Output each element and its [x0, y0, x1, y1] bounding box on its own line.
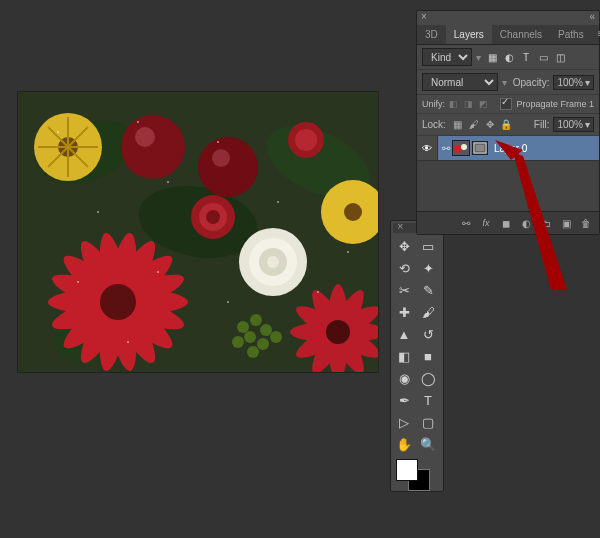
move-tool[interactable]: ✥ [393, 235, 415, 257]
propagate-label: Propagate Frame 1 [516, 99, 594, 109]
tab-3d[interactable]: 3D [417, 25, 446, 44]
tab-paths[interactable]: Paths [550, 25, 592, 44]
lock-all-icon[interactable]: 🔒 [500, 119, 512, 131]
svg-point-66 [347, 251, 349, 253]
panel-menu-icon[interactable]: ≡ [592, 25, 600, 44]
close-icon[interactable]: × [421, 11, 427, 25]
fill-input[interactable]: 100% ▾ [553, 117, 594, 132]
filter-shape-icon[interactable]: ▭ [536, 50, 550, 64]
trash-icon[interactable]: 🗑 [579, 216, 593, 230]
quick-select-tool[interactable]: ✦ [417, 257, 439, 279]
collapse-icon[interactable]: « [589, 11, 595, 25]
adjustment-icon[interactable]: ◐ [519, 216, 533, 230]
unify-style-icon[interactable]: ◩ [479, 99, 491, 109]
svg-point-54 [247, 346, 259, 358]
dodge-tool[interactable]: ◯ [417, 367, 439, 389]
document-image [18, 92, 378, 372]
fill-label: Fill: [534, 119, 550, 130]
panel-titlebar[interactable]: × « [417, 11, 599, 25]
chevron-down-icon: ▾ [476, 52, 481, 63]
panel-footer: ⚯ fx ◼ ◐ 🗀 ▣ 🗑 [417, 211, 599, 234]
svg-point-62 [157, 271, 159, 273]
svg-point-48 [250, 314, 262, 326]
layer-name[interactable]: Layer 0 [494, 143, 527, 154]
filter-pixel-icon[interactable]: ▦ [485, 50, 499, 64]
brush-tool[interactable]: 🖌 [417, 301, 439, 323]
svg-point-55 [57, 131, 59, 133]
blend-row: Normal ▾ Opacity: 100% ▾ [417, 70, 599, 95]
hand-tool[interactable]: ✋ [393, 433, 415, 455]
tools-grid: ✥ ▭ ⟲ ✦ ✂ ✎ ✚ 🖌 ▲ ↺ ◧ ■ ◉ ◯ ✒ T ▷ ▢ ✋ 🔍 [393, 235, 441, 455]
lasso-tool[interactable]: ⟲ [393, 257, 415, 279]
svg-point-59 [167, 181, 169, 183]
svg-point-46 [326, 320, 350, 344]
svg-point-20 [212, 149, 230, 167]
crop-tool[interactable]: ✂ [393, 279, 415, 301]
color-swatches[interactable] [393, 459, 441, 489]
svg-point-63 [317, 291, 319, 293]
svg-point-57 [217, 141, 219, 143]
layer-thumbnail[interactable] [452, 140, 470, 156]
panel-tabs: 3D Layers Channels Paths ≡ [417, 25, 599, 45]
canvas[interactable] [18, 92, 378, 372]
foreground-color-swatch[interactable] [396, 459, 418, 481]
filter-adjust-icon[interactable]: ◐ [502, 50, 516, 64]
path-select-tool[interactable]: ▷ [393, 411, 415, 433]
zoom-tool[interactable]: 🔍 [417, 433, 439, 455]
lock-position-icon[interactable]: ✥ [484, 119, 496, 131]
unify-position-icon[interactable]: ◧ [449, 99, 461, 109]
new-layer-icon[interactable]: ▣ [559, 216, 573, 230]
svg-point-25 [295, 129, 317, 151]
pen-tool[interactable]: ✒ [393, 389, 415, 411]
svg-point-56 [137, 121, 139, 123]
filter-smart-icon[interactable]: ◫ [553, 50, 567, 64]
chevron-down-icon: ▾ [585, 119, 590, 130]
history-brush-tool[interactable]: ↺ [417, 323, 439, 345]
svg-point-23 [206, 210, 220, 224]
chevron-down-icon: ▾ [585, 77, 590, 88]
layer-row[interactable]: 👁 ⚯ Layer 0 [417, 136, 599, 161]
heal-tool[interactable]: ✚ [393, 301, 415, 323]
stamp-tool[interactable]: ▲ [393, 323, 415, 345]
chevron-down-icon: ▾ [502, 77, 507, 88]
gradient-tool[interactable]: ■ [417, 345, 439, 367]
tab-channels[interactable]: Channels [492, 25, 550, 44]
kind-filter-select[interactable]: Kind [422, 48, 472, 66]
type-tool[interactable]: T [417, 389, 439, 411]
layers-panel: × « 3D Layers Channels Paths ≡ Kind ▾ ▦ … [416, 10, 600, 235]
visibility-toggle[interactable]: 👁 [417, 136, 438, 160]
fx-icon[interactable]: fx [479, 216, 493, 230]
smart-object-icon [472, 141, 488, 155]
link-layers-icon[interactable]: ⚯ [459, 216, 473, 230]
tab-layers[interactable]: Layers [446, 25, 492, 44]
marquee-tool[interactable]: ▭ [417, 235, 439, 257]
filter-type-icon[interactable]: T [519, 50, 533, 64]
propagate-checkbox[interactable] [500, 98, 512, 110]
lock-transparent-icon[interactable]: ▦ [452, 119, 464, 131]
eyedropper-tool[interactable]: ✎ [417, 279, 439, 301]
svg-point-17 [121, 115, 185, 179]
eye-icon: 👁 [422, 143, 432, 154]
group-icon[interactable]: 🗀 [539, 216, 553, 230]
opacity-label: Opacity: [513, 77, 550, 88]
layers-empty-area[interactable] [417, 161, 599, 211]
lock-image-icon[interactable]: 🖌 [468, 119, 480, 131]
opacity-value: 100% [557, 77, 583, 88]
blur-tool[interactable]: ◉ [393, 367, 415, 389]
opacity-input[interactable]: 100% ▾ [553, 75, 594, 90]
svg-point-58 [97, 211, 99, 213]
tools-panel: ✥ ▭ ⟲ ✦ ✂ ✎ ✚ 🖌 ▲ ↺ ◧ ■ ◉ ◯ ✒ T ▷ ▢ ✋ 🔍 [390, 220, 444, 492]
rectangle-tool[interactable]: ▢ [417, 411, 439, 433]
filter-row: Kind ▾ ▦ ◐ T ▭ ◫ [417, 45, 599, 70]
svg-point-29 [267, 256, 279, 268]
lock-row: Lock: ▦ 🖌 ✥ 🔒 Fill: 100% ▾ [417, 114, 599, 136]
eraser-tool[interactable]: ◧ [393, 345, 415, 367]
svg-point-39 [100, 284, 136, 320]
svg-point-50 [260, 324, 272, 336]
mask-icon[interactable]: ◼ [499, 216, 513, 230]
layers-list: 👁 ⚯ Layer 0 [417, 136, 599, 211]
unify-visibility-icon[interactable]: ◨ [464, 99, 476, 109]
blend-mode-select[interactable]: Normal [422, 73, 498, 91]
link-icon[interactable]: ⚯ [442, 143, 450, 154]
svg-point-61 [77, 281, 79, 283]
